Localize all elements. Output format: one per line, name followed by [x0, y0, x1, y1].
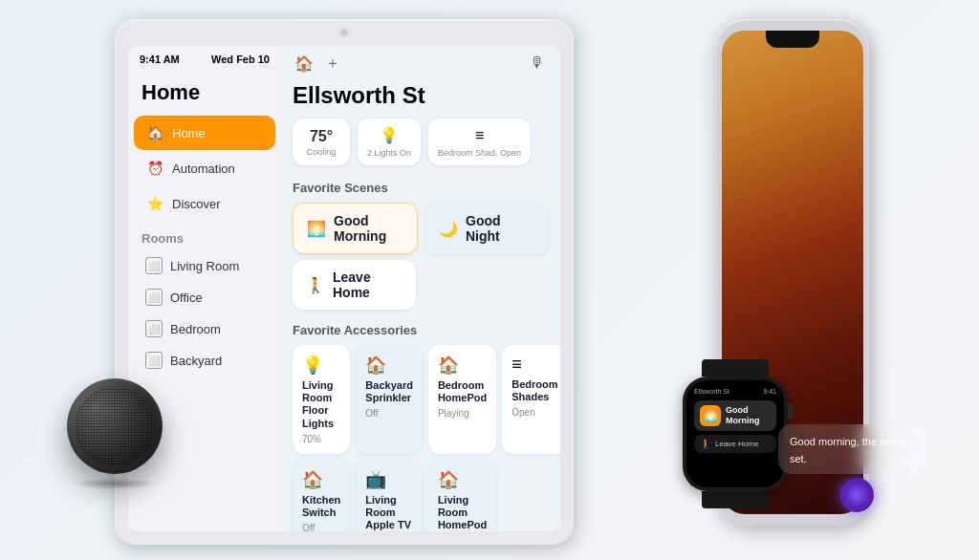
- sidebar-room-living-room[interactable]: ⬜ Living Room: [134, 250, 275, 281]
- leave-home-label: Leave Home: [333, 269, 402, 300]
- watch-scene-icon: 🌅: [700, 405, 721, 426]
- good-night-label: Good Night: [466, 213, 535, 244]
- shades-label: Bedroom Shad. Open: [438, 148, 521, 158]
- sidebar-home-label: Home: [172, 126, 206, 140]
- watch-scene-name: Good Morning: [726, 405, 771, 426]
- ipad-main-content: 🏠 ＋ 🎙 Ellsworth St 75° Cooling: [281, 46, 560, 531]
- watch-leave-icon: 🚶: [700, 439, 711, 449]
- accessory-living-room-lights[interactable]: 💡 Living Room Floor Lights 70%: [293, 345, 350, 454]
- scene-card-leave-home[interactable]: 🚶 Leave Home: [293, 260, 416, 310]
- leave-home-icon: 🚶: [306, 276, 325, 294]
- discover-icon: ⭐: [145, 194, 164, 213]
- ipad-device: 9:41 AM Wed Feb 10 Home 🏠 Home ⏰ Automat…: [115, 19, 574, 545]
- accessory-bedroom-homepod[interactable]: 🏠 Bedroom HomePod Playing: [428, 345, 496, 454]
- watch-band-bottom: [702, 491, 769, 508]
- lr-homepod-name: Living Room HomePod: [438, 494, 487, 531]
- status-date: Wed Feb 10: [211, 54, 270, 65]
- shades-accessory-status: Open: [511, 407, 557, 418]
- main-title: Ellsworth St: [281, 82, 560, 118]
- temperature-label: Cooling: [307, 147, 337, 157]
- scenes-row-1: 🌅 Good Morning 🌙 Good Night: [293, 203, 549, 254]
- kitchen-name: Kitchen Switch: [302, 494, 340, 519]
- watch-scene-card[interactable]: 🌅 Good Morning: [694, 400, 776, 431]
- good-night-icon: 🌙: [439, 220, 458, 238]
- watch-time: 9:41: [763, 388, 776, 395]
- accessories-grid: 💡 Living Room Floor Lights 70% 🏠 Backyar…: [281, 345, 560, 531]
- accessory-apple-tv[interactable]: 📺 Living Room Apple TV Paused: [356, 460, 423, 531]
- sidebar-item-automation[interactable]: ⏰ Automation: [134, 151, 275, 185]
- sidebar-title: Home: [128, 73, 281, 115]
- appletv-name: Living Room Apple TV: [365, 494, 413, 531]
- sidebar-room-office[interactable]: ⬜ Office: [134, 282, 275, 312]
- temperature-widget[interactable]: 75° Cooling: [293, 118, 350, 165]
- sidebar-room-backyard[interactable]: ⬜ Backyard: [134, 345, 275, 376]
- room-icon: ⬜: [145, 320, 163, 337]
- lights-accessory-icon: 💡: [302, 355, 340, 376]
- siri-bubble: Good morning, the scene is set.: [778, 424, 931, 474]
- appletv-icon: 📺: [365, 469, 413, 490]
- kitchen-status: Off: [302, 523, 340, 531]
- ipad-screen: 9:41 AM Wed Feb 10 Home 🏠 Home ⏰ Automat…: [128, 46, 560, 531]
- scene-card-good-night[interactable]: 🌙 Good Night: [425, 203, 549, 254]
- sprinkler-status: Off: [365, 408, 413, 419]
- room-label: Living Room: [170, 259, 239, 273]
- sprinkler-name: Backyard Sprinkler: [365, 379, 413, 404]
- watch-location: Ellsworth St: [694, 388, 729, 395]
- lights-icon: 💡: [380, 126, 399, 144]
- status-time: 9:41 AM: [140, 54, 180, 65]
- homepod-shadow: [72, 478, 158, 489]
- room-label: Bedroom: [170, 322, 221, 336]
- iphone-notch: [766, 31, 819, 48]
- siri-orb: [839, 478, 874, 512]
- watch-leave-home-card[interactable]: 🚶 Leave Home: [694, 435, 776, 453]
- shades-icon: ≡: [475, 127, 484, 144]
- lr-homepod-icon: 🏠: [438, 469, 487, 490]
- lights-widget[interactable]: 💡 2 Lights On: [358, 118, 421, 165]
- kitchen-icon: 🏠: [302, 469, 340, 490]
- sidebar-room-bedroom[interactable]: ⬜ Bedroom: [134, 313, 275, 344]
- siri-message: Good morning, the scene is set.: [790, 436, 919, 464]
- sidebar-automation-label: Automation: [172, 162, 235, 176]
- watch-screen: Ellsworth St 9:41 🌅 Good Morning 🚶 Leave…: [686, 380, 784, 487]
- sidebar-item-home[interactable]: 🏠 Home: [134, 116, 275, 150]
- homepod-accessory-name: Bedroom HomePod: [438, 379, 487, 404]
- sprinkler-icon: 🏠: [365, 355, 413, 376]
- room-icon: ⬜: [145, 289, 163, 306]
- header-icons: 🏠 ＋: [293, 52, 344, 75]
- room-icon: ⬜: [145, 257, 163, 274]
- scene-card-good-morning[interactable]: 🌅 Good Morning: [293, 203, 418, 254]
- watch-band-top: [702, 359, 769, 377]
- watch-status-bar: Ellsworth St 9:41: [694, 388, 776, 395]
- lights-accessory-name: Living Room Floor Lights: [302, 379, 340, 430]
- ipad-camera: [340, 29, 348, 36]
- accessory-living-room-homepod[interactable]: 🏠 Living Room HomePod Paused: [428, 460, 496, 531]
- homepod-accessory-status: Playing: [438, 408, 487, 419]
- voice-icon[interactable]: 🎙: [526, 52, 549, 75]
- watch-crown: [788, 403, 793, 419]
- homepod-mini: [57, 378, 172, 503]
- good-morning-label: Good Morning: [334, 213, 403, 244]
- lights-label: 2 Lights On: [367, 148, 411, 158]
- rooms-section-title: Rooms: [128, 222, 281, 249]
- good-morning-icon: 🌅: [307, 220, 326, 238]
- shades-accessory-name: Bedroom Shades: [511, 378, 557, 403]
- add-icon[interactable]: ＋: [321, 52, 344, 75]
- scene-container: 9:41 AM Wed Feb 10 Home 🏠 Home ⏰ Automat…: [0, 0, 979, 560]
- shades-widget[interactable]: ≡ Bedroom Shad. Open: [428, 118, 531, 165]
- accessory-sprinkler[interactable]: 🏠 Backyard Sprinkler Off: [356, 345, 423, 454]
- accessories-section-label: Favorite Accessories: [281, 319, 560, 345]
- accessory-kitchen-switch[interactable]: 🏠 Kitchen Switch Off: [293, 460, 350, 531]
- home-header-icon[interactable]: 🏠: [293, 52, 315, 75]
- watch-frame: Ellsworth St 9:41 🌅 Good Morning 🚶 Leave…: [683, 377, 788, 491]
- automation-icon: ⏰: [145, 159, 164, 178]
- sidebar-item-discover[interactable]: ⭐ Discover: [134, 186, 275, 221]
- accessory-bedroom-shades[interactable]: ≡ Bedroom Shades Open: [502, 345, 560, 454]
- room-label: Office: [170, 291, 203, 305]
- scenes-row-2: 🚶 Leave Home: [293, 260, 549, 310]
- main-header: 🏠 ＋ 🎙: [281, 46, 560, 82]
- watch-scene-emoji: 🌅: [704, 409, 718, 422]
- room-icon: ⬜: [145, 352, 163, 369]
- scenes-grid: 🌅 Good Morning 🌙 Good Night 🚶 L: [281, 203, 560, 319]
- room-label: Backyard: [170, 354, 222, 368]
- temperature-value: 75°: [310, 128, 333, 145]
